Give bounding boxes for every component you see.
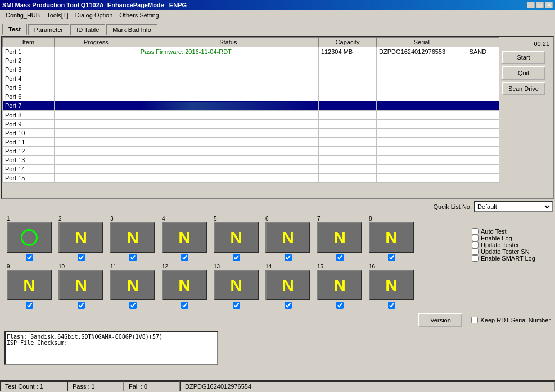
version-button[interactable]: Version — [418, 313, 462, 327]
scan-drive-button[interactable]: Scan Drive — [502, 82, 545, 95]
start-button[interactable]: Start — [502, 51, 545, 64]
close-button[interactable]: ✕ — [545, 2, 553, 8]
tab-test[interactable]: Test — [2, 24, 27, 35]
col-extra — [467, 38, 499, 47]
table-row[interactable]: Port 14 — [3, 165, 499, 174]
drive-checkbox-7[interactable] — [336, 254, 344, 261]
col-capacity: Capacity — [318, 38, 376, 47]
version-row: Version Keep RDT Serial Number — [0, 311, 555, 329]
drive-icon-6[interactable]: N — [265, 222, 310, 253]
drive-checkbox-13[interactable] — [233, 302, 240, 309]
drive-icon-4[interactable]: N — [162, 222, 207, 253]
option-checkbox-1[interactable] — [472, 235, 479, 241]
drive-icon-9[interactable]: N — [7, 270, 52, 300]
drive-icon-15[interactable]: N — [317, 270, 362, 300]
drive-checkbox-16[interactable] — [388, 302, 395, 309]
table-row[interactable]: Port 2 — [3, 56, 499, 65]
drive-icon-3[interactable]: N — [110, 222, 155, 253]
minimize-button[interactable]: _ — [527, 2, 535, 8]
drive-icon-2[interactable]: N — [58, 222, 103, 253]
drive-n-letter-11: N — [127, 276, 139, 295]
drive-n-letter-4: N — [178, 228, 191, 247]
option-row-3: Update Tester SN — [472, 248, 551, 255]
log-textarea[interactable] — [4, 331, 218, 365]
drive-checkbox-6[interactable] — [285, 254, 292, 261]
drive-icon-16[interactable]: N — [369, 270, 414, 300]
option-checkbox-4[interactable] — [472, 255, 479, 262]
option-checkbox-2[interactable] — [472, 241, 479, 248]
status-pass: Pass : 1 — [67, 381, 124, 391]
table-row[interactable]: Port 6 — [3, 92, 499, 101]
table-row[interactable]: Port 13 — [3, 156, 499, 165]
tab-id-table[interactable]: ID Table — [70, 24, 105, 35]
table-row[interactable]: Port 1Pass Firmware: 2016-11-04-RDT11230… — [3, 47, 499, 56]
app-title: SMI Mass Production Tool Q1102A_EnhanceP… — [2, 2, 187, 8]
drive-checkbox-4[interactable] — [181, 254, 188, 261]
drive-n-letter-10: N — [75, 276, 87, 295]
table-row[interactable]: Port 5 — [3, 83, 499, 92]
table-row[interactable]: Port 11 — [3, 138, 499, 147]
table-row[interactable]: Port 9 — [3, 120, 499, 129]
drive-n-letter-3: N — [127, 228, 139, 247]
menu-others-setting[interactable]: Others Setting — [116, 11, 162, 19]
option-label-3: Update Tester SN — [481, 248, 530, 255]
title-bar: SMI Mass Production Tool Q1102A_EnhanceP… — [0, 0, 555, 10]
drive-icon-8[interactable]: N — [369, 222, 414, 253]
drive-icon-7[interactable]: N — [317, 222, 362, 253]
option-label-1: Enable Log — [481, 235, 512, 241]
drive-checkbox-9[interactable] — [26, 302, 33, 309]
drive-checkbox-2[interactable] — [78, 254, 85, 261]
menu-tools[interactable]: Tools[T] — [43, 11, 72, 19]
tab-mark-bad-info[interactable]: Mark Bad Info — [106, 24, 157, 35]
drive-n-letter-9: N — [23, 276, 35, 295]
menu-config-hub[interactable]: Config_HUB — [2, 11, 43, 19]
maximize-button[interactable]: □ — [536, 2, 544, 8]
drive-checkbox-11[interactable] — [129, 302, 137, 309]
menu-bar: Config_HUB Tools[T] Dialog Option Others… — [0, 10, 555, 20]
table-row[interactable]: Port 7 — [3, 101, 499, 111]
drive-checkbox-5[interactable] — [233, 254, 240, 261]
drive-checkbox-1[interactable] — [26, 254, 33, 261]
drive-slot-12: 12N — [160, 263, 209, 309]
table-row[interactable]: Port 4 — [3, 74, 499, 83]
drives-section: 12N3N4N5N6N7N8N9N10N11N12N13N14N15N16N — [4, 216, 467, 309]
table-row[interactable]: Port 8 — [3, 111, 499, 120]
quick-list-label: Qucik List No. — [434, 203, 472, 210]
tab-parameter[interactable]: Parameter — [28, 24, 69, 35]
drive-checkbox-15[interactable] — [336, 302, 344, 309]
drive-checkbox-12[interactable] — [181, 302, 188, 309]
drive-checkbox-8[interactable] — [388, 254, 395, 261]
option-label-2: Update Tester — [481, 241, 519, 248]
drive-icon-13[interactable]: N — [214, 270, 259, 300]
table-row[interactable]: Port 3 — [3, 65, 499, 74]
drive-checkbox-3[interactable] — [129, 254, 137, 261]
table-row[interactable]: Port 10 — [3, 129, 499, 138]
keep-rdt-label: Keep RDT Serial Number — [480, 317, 551, 323]
drive-checkbox-10[interactable] — [78, 302, 85, 309]
keep-rdt-checkbox[interactable] — [471, 317, 478, 323]
option-label-4: Enable SMART Log — [481, 255, 535, 262]
quit-button[interactable]: Quit — [502, 66, 545, 80]
drive-number-5: 5 — [214, 216, 217, 222]
table-row[interactable]: Port 15 — [3, 174, 499, 183]
drive-slot-3: 3N — [108, 216, 157, 261]
col-serial: Serial — [377, 38, 467, 47]
drive-number-10: 10 — [58, 263, 65, 270]
drive-icon-1[interactable] — [7, 222, 52, 253]
drive-icon-14[interactable]: N — [265, 270, 310, 300]
drive-icon-11[interactable]: N — [110, 270, 155, 300]
table-row[interactable]: Port 12 — [3, 147, 499, 156]
drive-checkbox-14[interactable] — [285, 302, 292, 309]
drive-number-6: 6 — [265, 216, 269, 222]
option-checkbox-0[interactable] — [472, 228, 479, 235]
drive-icon-5[interactable]: N — [214, 222, 259, 253]
drive-number-14: 14 — [265, 263, 272, 270]
option-row-4: Enable SMART Log — [472, 255, 551, 262]
drive-number-8: 8 — [369, 216, 372, 222]
option-checkbox-3[interactable] — [472, 248, 479, 255]
menu-dialog-option[interactable]: Dialog Option — [72, 11, 116, 19]
drive-icon-12[interactable]: N — [162, 270, 207, 300]
time-display: 00:21 — [502, 39, 551, 48]
drive-icon-10[interactable]: N — [58, 270, 103, 300]
quick-list-dropdown[interactable]: Default — [474, 201, 553, 212]
